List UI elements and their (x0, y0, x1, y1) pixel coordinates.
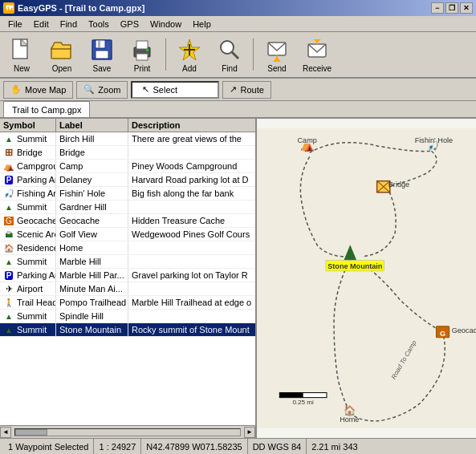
symbol-text: Geocache (17, 216, 56, 225)
table-row[interactable]: 🚶 Trail Head Pompo Trailhead Marble Hill… (0, 296, 255, 310)
table-row[interactable]: ▲ Summit Spindle Hill (0, 310, 255, 323)
cell-symbol: P Parking Area (0, 269, 56, 282)
find-label: Find (222, 64, 237, 73)
toolbar-separator-2 (253, 39, 254, 71)
move-map-button[interactable]: ✋ Move Map (3, 81, 73, 99)
svg-text:Home: Home (340, 415, 359, 424)
cell-label: Home (56, 241, 128, 254)
table-row[interactable]: P Parking Area Delaney Harvard Road park… (0, 173, 255, 187)
waypoint-icon: P (3, 270, 14, 281)
status-zoom: 1 : 24927 (94, 439, 141, 454)
waypoint-icon: ▲ (3, 310, 14, 322)
table-row[interactable]: ▲ Summit Stone Mountain Rocky summit of … (0, 323, 255, 337)
table-header: Symbol Label Description (0, 119, 255, 132)
close-button[interactable]: ✕ (460, 2, 473, 14)
map-svg: ⛺ Camp 🎣 Fishin' Hole Bridge Stone Mount… (257, 119, 476, 438)
table-row[interactable]: P Parking Area Marble Hill Par... Gravel… (0, 269, 255, 282)
add-button[interactable]: Add (171, 34, 208, 75)
cell-label: Birch Hill (56, 132, 128, 145)
find-icon (217, 37, 242, 63)
svg-rect-21 (257, 128, 476, 428)
cell-desc (128, 310, 255, 322)
route-label: Route (240, 85, 263, 95)
open-icon (49, 37, 75, 63)
table-row[interactable]: ⛺ Campground Camp Piney Woods Campground (0, 160, 255, 173)
horizontal-scrollbar[interactable]: ◄ ► (0, 425, 255, 438)
table-row[interactable]: ▲ Summit Birch Hill There are great view… (0, 132, 255, 146)
waypoint-table: Symbol Label Description ▲ Summit Birch … (0, 119, 257, 438)
cell-symbol: ⊞ Bridge (0, 146, 56, 159)
cell-desc: Big fish along the far bank (128, 187, 255, 200)
table-row[interactable]: ⊞ Bridge Bridge (0, 146, 255, 160)
move-map-icon: ✋ (10, 84, 22, 95)
cell-label: Pompo Trailhead (56, 296, 128, 309)
table-row[interactable]: ▲ Summit Gardner Hill (0, 201, 255, 214)
new-icon (9, 37, 35, 63)
menu-window[interactable]: Window (145, 18, 186, 30)
cell-symbol: P Parking Area (0, 173, 56, 186)
receive-button[interactable]: Receive (299, 34, 336, 75)
cell-desc: Gravel parking lot on Taylor R (128, 269, 255, 282)
svg-rect-0 (13, 39, 27, 59)
cell-label: Gardner Hill (56, 201, 128, 213)
menu-tools[interactable]: Tools (83, 18, 114, 30)
cell-desc: Harvard Road parking lot at D (128, 173, 255, 186)
menu-gps[interactable]: GPS (116, 18, 144, 30)
map-area[interactable]: ⛺ Camp 🎣 Fishin' Hole Bridge Stone Mount… (257, 119, 476, 438)
window-controls[interactable]: − ❐ ✕ (431, 2, 473, 14)
col-label-header: Label (56, 119, 128, 132)
receive-icon (304, 37, 330, 63)
zoom-button[interactable]: 🔍 Zoom (76, 81, 128, 99)
symbol-text: Summit (17, 311, 47, 321)
status-zoom-text: 1 : 24927 (99, 442, 136, 452)
cell-label: Stone Mountain (56, 323, 128, 336)
cell-symbol: 🎣 Fishing Area (0, 187, 56, 200)
scroll-right-button[interactable]: ► (244, 427, 255, 438)
waypoint-icon: 🚶 (3, 297, 14, 308)
open-button[interactable]: Open (43, 34, 80, 75)
new-button[interactable]: New (3, 34, 40, 75)
route-button[interactable]: ↗ Route (222, 81, 271, 99)
print-label: Print (134, 64, 151, 73)
table-row[interactable]: 🏠 Residence Home (0, 241, 255, 255)
cell-symbol: ▲ Summit (0, 201, 56, 213)
main-tab[interactable]: Trail to Camp.gpx (3, 101, 90, 117)
app-icon: 🗺 (3, 2, 14, 14)
print-button[interactable]: Print (124, 34, 161, 75)
svg-rect-8 (136, 54, 148, 60)
minimize-button[interactable]: − (431, 2, 444, 14)
status-distance-text: 2.21 mi 343 (311, 442, 357, 452)
select-button[interactable]: ↖ Select (131, 81, 219, 99)
col-desc-header: Description (128, 119, 255, 132)
table-row[interactable]: 🏔 Scenic Area Golf View Wedgewood Pines … (0, 228, 255, 241)
find-button[interactable]: Find (211, 34, 248, 75)
cell-desc (128, 201, 255, 213)
cell-symbol: 🏠 Residence (0, 241, 56, 254)
waypoint-icon: G (3, 215, 14, 226)
restore-button[interactable]: ❐ (445, 2, 458, 14)
table-row[interactable]: G Geocache Geocache Hidden Treasure Cach… (0, 214, 255, 228)
scroll-left-button[interactable]: ◄ (0, 427, 11, 438)
scroll-track[interactable] (14, 428, 241, 436)
menu-edit[interactable]: Edit (29, 18, 54, 30)
send-button[interactable]: Send (258, 34, 295, 75)
menu-file[interactable]: File (3, 18, 27, 30)
scroll-thumb[interactable] (15, 429, 47, 436)
waypoint-icon: ⛺ (3, 160, 14, 172)
svg-rect-7 (136, 41, 148, 49)
print-icon (129, 37, 155, 63)
symbol-text: Trail Head (17, 298, 56, 307)
save-button[interactable]: Save (83, 34, 120, 75)
waypoint-icon: 🎣 (3, 188, 14, 199)
menu-help[interactable]: Help (188, 18, 216, 30)
table-row[interactable]: ▲ Summit Marble Hill (0, 255, 255, 269)
waypoint-icon: ▲ (3, 324, 14, 335)
symbol-text: Residence (17, 243, 56, 253)
save-icon (89, 37, 115, 63)
table-row[interactable]: 🎣 Fishing Area Fishin' Hole Big fish alo… (0, 187, 255, 201)
waypoint-icon: ✈ (3, 283, 14, 294)
cursor-icon: ↖ (142, 84, 149, 95)
menu-find[interactable]: Find (55, 18, 82, 30)
col-symbol-header: Symbol (0, 119, 56, 132)
table-row[interactable]: ✈ Airport Minute Man Ai... (0, 282, 255, 296)
